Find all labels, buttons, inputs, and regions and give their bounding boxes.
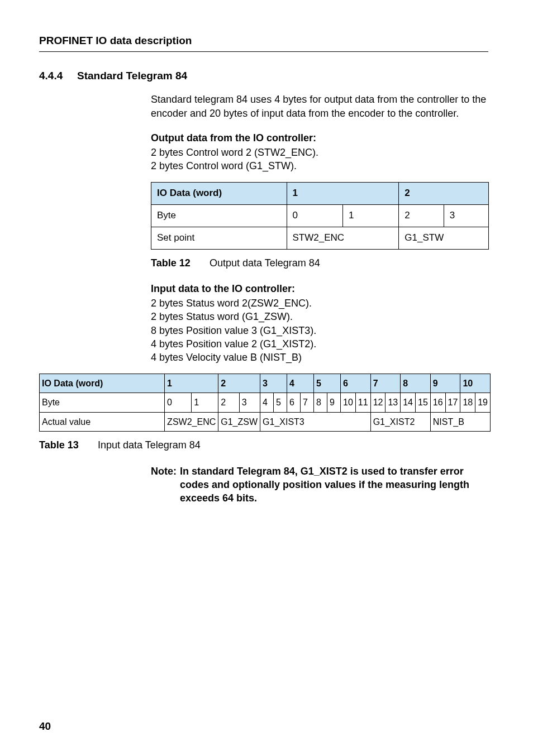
table-cell: 19 bbox=[475, 393, 491, 413]
table-header-cell: 1 bbox=[165, 374, 218, 393]
table-cell: 17 bbox=[445, 393, 460, 413]
table-cell: G1_ZSW bbox=[218, 412, 260, 432]
table-cell: 5 bbox=[274, 393, 287, 413]
input-heading: Input data to the IO controller: bbox=[151, 282, 488, 295]
table-cell: 3 bbox=[444, 204, 488, 227]
table-cell: ZSW2_ENC bbox=[165, 412, 218, 432]
table-cell: 4 bbox=[260, 393, 274, 413]
table-row: Actual value ZSW2_ENC G1_ZSW G1_XIST3 G1… bbox=[40, 412, 491, 432]
table-12: IO Data (word) 1 2 Byte 0 1 2 3 Set poin… bbox=[151, 182, 489, 250]
table-header-cell: 1 bbox=[287, 182, 399, 204]
section-title: Standard Telegram 84 bbox=[77, 69, 187, 83]
table-header-cell: 7 bbox=[370, 374, 401, 393]
caption-text: Input data Telegram 84 bbox=[98, 439, 201, 451]
table-row: Set point STW2_ENC G1_STW bbox=[151, 227, 489, 249]
table-row: IO Data (word) 1 2 3 4 5 6 7 8 9 10 bbox=[40, 374, 491, 393]
table-cell: 1 bbox=[192, 393, 218, 413]
output-line-1: 2 bytes Control word 2 (STW2_ENC). bbox=[151, 146, 488, 159]
table-cell: 2 bbox=[399, 204, 444, 227]
section-heading: 4.4.4 Standard Telegram 84 bbox=[39, 69, 488, 83]
table-row: Byte 0 1 2 3 4 5 6 7 8 9 10 11 12 13 14 … bbox=[40, 393, 491, 413]
input-line-3: 8 bytes Position value 3 (G1_XIST3). bbox=[151, 324, 488, 337]
table-cell: NIST_B bbox=[430, 412, 490, 432]
table-cell: 3 bbox=[239, 393, 260, 413]
page-number: 40 bbox=[39, 719, 51, 734]
output-block: Output data from the IO controller: 2 by… bbox=[151, 131, 488, 173]
table-header-cell: 9 bbox=[430, 374, 460, 393]
table-header-cell: 6 bbox=[341, 374, 371, 393]
table-cell: 2 bbox=[218, 393, 239, 413]
table-cell: 14 bbox=[401, 393, 416, 413]
table-cell: 13 bbox=[386, 393, 401, 413]
table-13: IO Data (word) 1 2 3 4 5 6 7 8 9 10 Byte… bbox=[39, 374, 491, 432]
table-cell: Byte bbox=[40, 393, 165, 413]
table-row: IO Data (word) 1 2 bbox=[151, 182, 489, 204]
table-header-cell: IO Data (word) bbox=[40, 374, 165, 393]
table-cell: 12 bbox=[370, 393, 386, 413]
table-header-cell: 8 bbox=[401, 374, 431, 393]
note-block: Note: In standard Telegram 84, G1_XIST2 … bbox=[151, 465, 488, 505]
input-line-2: 2 bytes Status word (G1_ZSW). bbox=[151, 310, 488, 323]
table-cell: 6 bbox=[287, 393, 301, 413]
table-cell: Byte bbox=[151, 204, 287, 227]
table-row: Byte 0 1 2 3 bbox=[151, 204, 489, 227]
table-cell: 1 bbox=[342, 204, 398, 227]
caption-text: Output data Telegram 84 bbox=[210, 257, 320, 269]
input-line-5: 4 bytes Velocity value B (NIST_B) bbox=[151, 351, 488, 364]
table-cell: 18 bbox=[460, 393, 475, 413]
table-header-cell: 2 bbox=[399, 182, 489, 204]
table-cell: G1_XIST3 bbox=[260, 412, 371, 432]
table-cell: 11 bbox=[355, 393, 370, 413]
intro-paragraph: Standard telegram 84 uses 4 bytes for ou… bbox=[151, 93, 488, 120]
table-cell: 0 bbox=[165, 393, 192, 413]
table-cell: 9 bbox=[327, 393, 341, 413]
table-header-cell: 2 bbox=[218, 374, 260, 393]
table-cell: Set point bbox=[151, 227, 287, 249]
table-cell: 0 bbox=[287, 204, 342, 227]
table-cell: 10 bbox=[341, 393, 356, 413]
section-number: 4.4.4 bbox=[39, 69, 67, 83]
output-heading: Output data from the IO controller: bbox=[151, 131, 488, 145]
table-header-cell: 10 bbox=[460, 374, 491, 393]
table-cell: 15 bbox=[416, 393, 431, 413]
table-cell: 7 bbox=[301, 393, 314, 413]
input-line-4: 4 bytes Position value 2 (G1_XIST2). bbox=[151, 337, 488, 351]
table-cell: 8 bbox=[314, 393, 327, 413]
table-12-caption: Table 12 Output data Telegram 84 bbox=[151, 256, 488, 270]
table-header-cell: IO Data (word) bbox=[151, 182, 287, 204]
note-text: In standard Telegram 84, G1_XIST2 is use… bbox=[180, 465, 488, 505]
table-cell: STW2_ENC bbox=[287, 227, 399, 249]
table-cell: 16 bbox=[430, 393, 445, 413]
table-cell: Actual value bbox=[40, 412, 165, 432]
note-label: Note: bbox=[151, 465, 177, 505]
caption-label: Table 12 bbox=[151, 256, 207, 270]
table-header-cell: 5 bbox=[314, 374, 341, 393]
table-13-caption: Table 13 Input data Telegram 84 bbox=[39, 438, 488, 452]
caption-label: Table 13 bbox=[39, 438, 95, 452]
input-line-1: 2 bytes Status word 2(ZSW2_ENC). bbox=[151, 296, 488, 310]
running-header: PROFINET IO data description bbox=[39, 34, 488, 48]
table-header-cell: 3 bbox=[260, 374, 287, 393]
table-header-cell: 4 bbox=[287, 374, 314, 393]
output-line-2: 2 bytes Control word (G1_STW). bbox=[151, 159, 488, 173]
input-block: Input data to the IO controller: 2 bytes… bbox=[151, 282, 488, 365]
table-cell: G1_XIST2 bbox=[370, 412, 430, 432]
header-rule bbox=[39, 51, 488, 52]
table-cell: G1_STW bbox=[399, 227, 489, 249]
